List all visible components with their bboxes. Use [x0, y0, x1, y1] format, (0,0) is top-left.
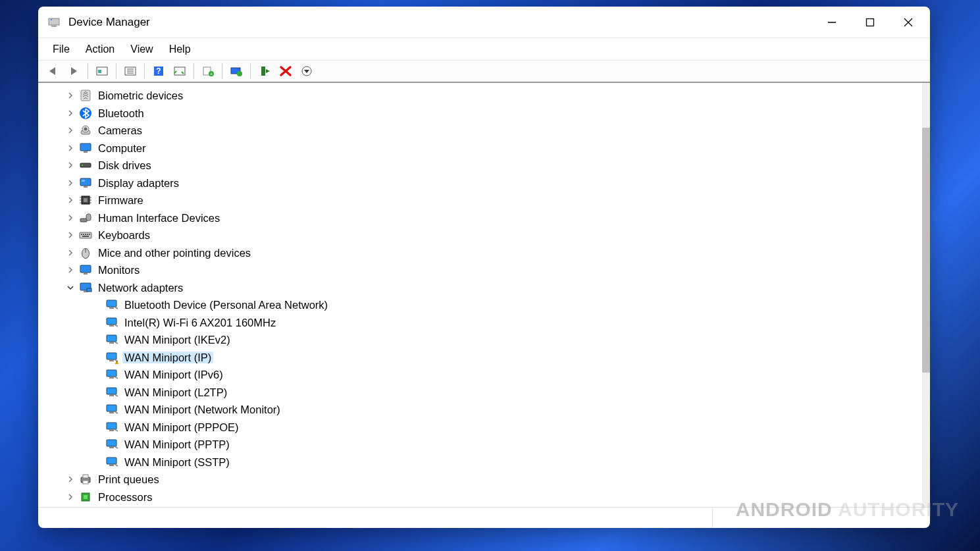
tree-node[interactable]: Mice and other pointing devices: [64, 244, 922, 262]
svg-rect-78: [107, 458, 116, 464]
svg-rect-68: [107, 370, 116, 377]
chevron-right-icon[interactable]: [64, 247, 76, 259]
chevron-right-icon[interactable]: [64, 142, 76, 154]
chevron-right-icon[interactable]: [64, 194, 76, 206]
menu-help[interactable]: Help: [161, 40, 199, 59]
camera-icon: [79, 124, 92, 137]
scan-button[interactable]: [170, 62, 190, 80]
close-button[interactable]: [889, 7, 927, 38]
svg-rect-33: [84, 186, 88, 188]
tree-node[interactable]: Bluetooth: [64, 105, 922, 122]
svg-rect-60: [109, 307, 114, 309]
tree-node[interactable]: Monitors: [64, 261, 922, 279]
update-driver-button[interactable]: [226, 62, 246, 80]
svg-rect-62: [109, 325, 114, 327]
svg-rect-71: [109, 394, 114, 396]
add-legacy-button[interactable]: +: [198, 62, 218, 80]
tree-node[interactable]: Firmware: [64, 192, 922, 209]
tree-child-node[interactable]: !WAN Miniport (IP): [91, 349, 922, 367]
chevron-right-icon[interactable]: [64, 124, 76, 136]
enable-device-button[interactable]: [255, 62, 274, 80]
chevron-right-icon[interactable]: [64, 212, 76, 224]
svg-rect-34: [82, 180, 85, 182]
tree-node-label: WAN Miniport (IKEv2): [122, 334, 232, 346]
menu-file[interactable]: File: [45, 40, 78, 59]
tree-child-node[interactable]: WAN Miniport (L2TP): [91, 384, 922, 402]
svg-rect-1: [51, 25, 57, 27]
net-icon: [105, 421, 118, 434]
chevron-right-icon[interactable]: [64, 107, 76, 119]
chevron-right-icon[interactable]: [64, 177, 76, 189]
tree-child-node[interactable]: Intel(R) Wi-Fi 6 AX201 160MHz: [91, 314, 922, 332]
chevron-right-icon[interactable]: [64, 473, 76, 485]
svg-rect-45: [80, 232, 91, 238]
tree-node[interactable]: Biometric devices: [64, 87, 922, 105]
svg-rect-79: [109, 464, 114, 466]
disk-icon: [79, 159, 92, 172]
maximize-button[interactable]: [851, 7, 889, 38]
chevron-right-icon[interactable]: [64, 229, 76, 241]
menu-view[interactable]: View: [122, 40, 161, 59]
forward-button[interactable]: [64, 62, 84, 80]
chevron-right-icon[interactable]: [64, 90, 76, 101]
svg-rect-77: [109, 446, 114, 448]
svg-rect-61: [107, 318, 116, 325]
device-tree[interactable]: Biometric devicesBluetoothCamerasCompute…: [38, 83, 922, 507]
back-button[interactable]: [43, 62, 63, 80]
tree-node[interactable]: Disk drives: [64, 157, 922, 174]
toolbar: ? +: [38, 61, 930, 83]
svg-rect-8: [98, 70, 101, 73]
tree-node-label: Network adapters: [96, 282, 185, 294]
uninstall-device-button[interactable]: [276, 62, 296, 80]
chevron-right-icon[interactable]: [64, 264, 76, 276]
cpu-icon: [79, 490, 92, 504]
svg-rect-63: [107, 335, 116, 342]
tree-node[interactable]: Cameras: [64, 122, 922, 140]
tree-child-node[interactable]: WAN Miniport (PPPOE): [91, 419, 922, 436]
status-cell-1: [38, 508, 713, 528]
svg-rect-58: [87, 288, 91, 292]
tree-child-node[interactable]: WAN Miniport (IKEv2): [91, 331, 922, 349]
chevron-right-icon[interactable]: [64, 491, 76, 503]
scrollbar-track[interactable]: [922, 83, 930, 507]
tree-child-node[interactable]: Bluetooth Device (Personal Area Network): [91, 296, 922, 314]
tree-child-node[interactable]: WAN Miniport (Network Monitor): [91, 401, 922, 419]
svg-rect-32: [80, 178, 91, 186]
tree-node[interactable]: Print queues: [64, 471, 922, 488]
minimize-button[interactable]: [813, 7, 851, 38]
more-actions-button[interactable]: [297, 62, 317, 80]
svg-point-31: [82, 165, 83, 166]
chevron-down-icon[interactable]: [64, 282, 76, 294]
tree-node[interactable]: Keyboards: [64, 226, 922, 244]
tree-node-label: WAN Miniport (Network Monitor): [122, 404, 282, 416]
svg-rect-51: [82, 236, 89, 237]
svg-rect-74: [107, 423, 116, 429]
svg-rect-66: [109, 359, 114, 361]
menu-action[interactable]: Action: [78, 40, 122, 59]
tree-child-node[interactable]: WAN Miniport (SSTP): [91, 454, 922, 471]
tree-node[interactable]: Display adapters: [64, 174, 922, 192]
properties-button[interactable]: [120, 62, 140, 80]
statusbar: [38, 507, 930, 528]
show-hidden-button[interactable]: [92, 62, 112, 80]
tree-node[interactable]: Network adapters: [64, 279, 922, 297]
help-button[interactable]: ?: [149, 62, 168, 80]
chevron-right-icon[interactable]: [64, 159, 76, 171]
net-icon: !: [105, 351, 118, 364]
tree-node[interactable]: Processors: [64, 488, 922, 506]
tree-child-node[interactable]: WAN Miniport (PPTP): [91, 436, 922, 454]
scrollbar-thumb[interactable]: [922, 128, 930, 373]
keyboard-icon: [79, 228, 92, 242]
svg-rect-47: [83, 234, 84, 235]
svg-rect-43: [80, 219, 87, 222]
tree-child-node[interactable]: WAN Miniport (IPv6): [91, 366, 922, 384]
tree-node-label: Bluetooth: [96, 107, 146, 120]
tree-node-label: Intel(R) Wi-Fi 6 AX201 160MHz: [122, 317, 278, 329]
bluetooth-icon: [79, 107, 92, 120]
tree-node[interactable]: Human Interface Devices: [64, 209, 922, 227]
svg-rect-72: [107, 405, 116, 411]
tree-node-label: WAN Miniport (PPPOE): [122, 421, 241, 434]
tree-node[interactable]: Computer: [64, 140, 922, 157]
net-icon: [105, 333, 118, 346]
net-icon: [105, 456, 118, 469]
